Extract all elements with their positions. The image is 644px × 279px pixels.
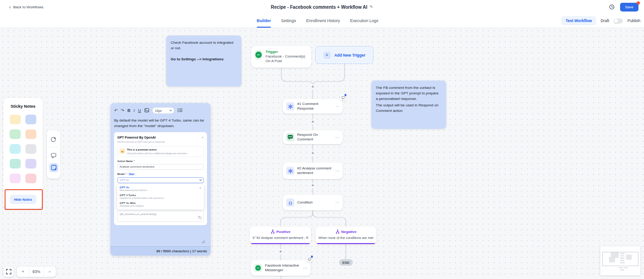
node-menu-button[interactable]: ⋯	[335, 135, 339, 140]
branch-positive[interactable]: Positive If "#2 Analyse comment sentimen…	[250, 227, 311, 244]
comments-icon[interactable]	[49, 151, 58, 160]
color-swatch[interactable]	[10, 144, 21, 154]
option-name: GPT 4 Turbo	[120, 194, 164, 197]
color-swatch[interactable]	[10, 174, 21, 183]
character-count: 89 / 5000 characters | 17 words	[110, 246, 211, 256]
add-new-trigger-button[interactable]: + Add New Trigger	[315, 46, 374, 64]
note-body-text[interactable]: By default the model will be GPT 4 Turbo…	[114, 118, 207, 128]
badge-notification-dot	[311, 256, 313, 258]
italic-icon[interactable]: I	[134, 109, 135, 113]
tag-icon	[198, 216, 202, 220]
publish-label: Publish	[627, 18, 640, 23]
color-swatch[interactable]	[25, 159, 36, 169]
tab-enrollment-history[interactable]: Enrollment History	[306, 14, 340, 28]
model-option: GPT 4o Mini Affordable and intelligent	[117, 201, 204, 209]
bold-icon[interactable]: B	[127, 109, 131, 113]
crown-icon	[120, 148, 125, 154]
integration-sticky-note[interactable]: Check Facebook account is integrated or …	[166, 35, 242, 87]
gpt-sticky-note[interactable]: The FB comment from the contact is expos…	[371, 81, 446, 129]
color-swatch[interactable]	[10, 115, 21, 124]
required-mark: *	[134, 160, 135, 163]
add-step-button[interactable]: +	[310, 84, 316, 90]
node-comment-response[interactable]: #1 Comment Response ⋯	[283, 99, 343, 114]
add-step-button[interactable]: +	[310, 119, 316, 125]
analytics-pie-icon[interactable]	[49, 134, 58, 144]
node-comment-badge[interactable]	[340, 94, 346, 100]
badge-notification-dot	[345, 94, 347, 96]
history-icon[interactable]	[609, 4, 615, 10]
save-button[interactable]: Save	[620, 3, 638, 12]
color-swatch[interactable]	[25, 115, 36, 124]
draft-label: Draft	[601, 18, 609, 23]
sticky-notes-panel: Sticky Notes Hide Notes	[3, 98, 43, 209]
toolbar-divider	[49, 147, 58, 147]
model-dropdown: GPT 4o Most advanced and efficient ✓ GPT…	[117, 184, 204, 209]
node-facebook-interactive-messenger[interactable]: Facebook Interactive Messenger ⋯	[251, 260, 310, 276]
list-icon[interactable]	[178, 108, 183, 113]
node-title: #2 Analyse comment sentiment	[297, 166, 333, 175]
test-workflow-button[interactable]: Test Workflow	[561, 16, 596, 25]
canvas-side-toolbar	[47, 130, 60, 179]
insert-image-icon[interactable]	[144, 108, 149, 113]
prompt-value: {{fb_comment_on_post.fb.body}}	[120, 213, 156, 215]
canvas-minimap[interactable]	[600, 246, 640, 275]
tab-settings[interactable]: Settings	[281, 14, 296, 28]
node-comment-badge[interactable]	[306, 256, 312, 262]
required-mark: *	[126, 173, 126, 175]
zoom-in-button[interactable]: +	[17, 267, 29, 277]
fit-to-screen-button[interactable]	[3, 266, 14, 277]
sticky-note-icon[interactable]	[49, 163, 58, 172]
node-menu-button[interactable]: ⋯	[303, 266, 307, 270]
node-menu-button[interactable]: ⋯	[335, 104, 339, 109]
node-analyse-sentiment[interactable]: #2 Analyse comment sentiment ⋯	[283, 163, 343, 179]
hide-notes-button[interactable]: Hide Notes	[10, 195, 36, 204]
branch-rule: If "#2 Analyse comment sentiment - R...	[253, 236, 308, 240]
note-resize-handle[interactable]	[201, 237, 205, 245]
sticky-note-editor[interactable]: ↶ ↷ B I U 16px By default the model will…	[110, 103, 211, 256]
branch-rule: When none of the conditions are met	[318, 236, 374, 240]
note-line: Go to Settings --> Integrations	[171, 57, 237, 62]
color-swatch[interactable]	[10, 129, 21, 139]
color-swatch[interactable]	[25, 174, 36, 183]
condition-braces-icon: { }	[286, 198, 294, 207]
node-respond-on-comment[interactable]: Respond On Comment ⋯	[283, 130, 343, 144]
font-size-dropdown[interactable]: 16px	[152, 107, 174, 114]
premium-subtitle: Using this action will incur additional …	[127, 152, 187, 155]
model-select: GPT 4o	[117, 177, 204, 183]
node-title: Facebook Interactive Messenger	[265, 263, 300, 273]
node-condition[interactable]: { } Condition ⋯	[283, 195, 343, 210]
redo-icon[interactable]: ↷	[121, 109, 125, 113]
label-text: Model	[117, 173, 125, 175]
add-step-button[interactable]: +	[310, 183, 316, 188]
publish-toggle[interactable]	[614, 18, 623, 23]
comment-reply-icon	[286, 133, 294, 141]
close-icon: ×	[201, 135, 204, 140]
branch-negative[interactable]: Negative When none of the conditions are…	[316, 227, 376, 244]
edit-title-icon[interactable]: ✎	[370, 5, 374, 9]
tab-builder[interactable]: Builder	[257, 14, 271, 28]
premium-title: This is a premium action	[127, 148, 187, 151]
color-swatch[interactable]	[25, 129, 36, 139]
zoom-out-button[interactable]: −	[44, 267, 56, 277]
node-menu-button[interactable]: ⋯	[335, 200, 339, 205]
underline-icon[interactable]: U	[138, 109, 141, 113]
add-step-button[interactable]: +	[310, 151, 316, 156]
node-title: #1 Comment Response	[297, 102, 333, 111]
trigger-node[interactable]: Trigger Facebook - Comment(s) On A Post	[251, 46, 311, 68]
tab-execution-logs[interactable]: Execution Logs	[350, 14, 379, 28]
sticky-notes-title: Sticky Notes	[10, 104, 36, 109]
node-menu-button[interactable]: ⋯	[335, 169, 339, 173]
option-desc: Affordable and intelligent	[120, 205, 144, 207]
braces-glyph: { }	[289, 201, 292, 205]
branch-label: Negative	[341, 230, 356, 234]
tabbar-actions: Test Workflow Draft Publish	[561, 14, 640, 28]
add-step-button[interactable]: +	[278, 249, 283, 255]
branch-split-icon	[335, 229, 340, 234]
branch-split-icon	[270, 229, 275, 234]
color-swatch[interactable]	[10, 159, 21, 169]
label-text: Action Name	[117, 160, 133, 163]
color-swatch[interactable]	[25, 144, 36, 154]
facebook-messenger-icon	[254, 264, 262, 272]
undo-icon[interactable]: ↶	[114, 109, 118, 113]
facebook-messenger-icon	[255, 50, 262, 60]
